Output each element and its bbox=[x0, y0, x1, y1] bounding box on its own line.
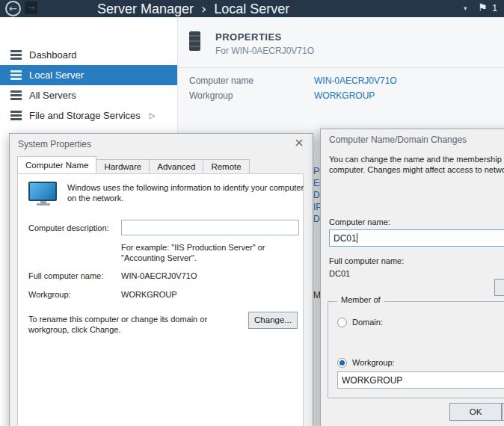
text-cursor bbox=[357, 233, 357, 243]
occluded-link-fragment[interactable]: Di bbox=[313, 214, 320, 224]
back-button[interactable]: ← bbox=[5, 1, 21, 16]
tab-remote[interactable]: Remote bbox=[203, 159, 249, 173]
notification-count[interactable]: 1 bbox=[492, 2, 497, 13]
system-properties-dialog: System Properties × Computer Name Hardwa… bbox=[9, 133, 313, 426]
occluded-link-fragment[interactable]: Di bbox=[313, 190, 320, 200]
sidebar-item-dashboard[interactable]: Dashboard bbox=[0, 45, 177, 65]
breadcrumb-separator-icon: › bbox=[201, 1, 206, 16]
occluded-link-fragment[interactable]: IP bbox=[313, 202, 320, 212]
full-computer-name-label: Full computer name: bbox=[329, 256, 404, 265]
breadcrumb-page: Local Server bbox=[214, 1, 289, 16]
intro-text: on the network. bbox=[67, 194, 123, 203]
server-icon bbox=[10, 70, 22, 80]
full-computer-name-label: Full computer name: bbox=[28, 271, 103, 280]
sidebar-item-label: Local Server bbox=[29, 70, 84, 81]
app-title: Server Manager bbox=[97, 1, 194, 16]
full-computer-name-value: WIN-0AECRJ0V71O bbox=[121, 271, 197, 280]
domain-radio[interactable] bbox=[337, 318, 347, 327]
computer-name-label: Computer name: bbox=[329, 217, 390, 226]
workgroup-radio[interactable] bbox=[337, 358, 347, 368]
intro-text: You can change the name and the membersh… bbox=[329, 155, 504, 164]
workgroup-input[interactable] bbox=[337, 371, 504, 389]
expand-chevron-icon[interactable]: ▷ bbox=[150, 111, 156, 120]
computer-name-link[interactable]: WIN-0AECRJ0V71O bbox=[314, 75, 397, 86]
breadcrumb: Server Manager›Local Server bbox=[97, 0, 289, 17]
tab-strip: Computer Name Hardware Advanced Remote bbox=[17, 156, 249, 173]
storage-icon bbox=[10, 111, 22, 120]
workgroup-link[interactable]: WORKGROUP bbox=[314, 90, 375, 101]
servers-icon bbox=[10, 90, 22, 100]
member-of-label: Member of bbox=[337, 295, 384, 304]
rename-hint-text: To rename this computer or change its do… bbox=[28, 315, 207, 324]
sidebar-item-all-servers[interactable]: All Servers bbox=[0, 85, 177, 105]
radio-dot bbox=[339, 360, 345, 365]
computer-name-tab-page: Windows uses the following information t… bbox=[17, 173, 304, 426]
computer-description-label: Computer description: bbox=[28, 223, 109, 232]
titlebar: ← → Server Manager›Local Server ▾ ⚑ 1 bbox=[0, 0, 504, 17]
intro-text: Windows uses the following information t… bbox=[67, 183, 304, 192]
breadcrumb-caret-icon[interactable]: ▾ bbox=[464, 4, 467, 12]
occluded-link-fragment[interactable]: En bbox=[313, 178, 320, 188]
workgroup-radio-label: Workgroup: bbox=[352, 358, 395, 367]
workgroup-label: Workgroup: bbox=[28, 290, 71, 299]
change-button[interactable]: Change... bbox=[248, 312, 298, 329]
notification-flag-icon[interactable]: ⚑ bbox=[478, 1, 488, 13]
sidebar-item-file-storage[interactable]: File and Storage Services ▷ bbox=[0, 105, 177, 126]
full-computer-name-value: DC01 bbox=[329, 269, 350, 278]
ok-button[interactable]: OK bbox=[449, 403, 502, 421]
properties-heading: PROPERTIES bbox=[215, 31, 282, 43]
server-manager-window: ← → Server Manager›Local Server ▾ ⚑ 1 Da… bbox=[0, 0, 504, 426]
sidebar-item-label: Dashboard bbox=[29, 49, 77, 61]
example-text: "Accounting Server". bbox=[121, 253, 197, 262]
monitor-icon bbox=[28, 182, 58, 207]
dashboard-icon bbox=[10, 50, 22, 60]
dialog-title: System Properties bbox=[18, 139, 91, 149]
tab-computer-name[interactable]: Computer Name bbox=[17, 156, 96, 173]
tab-hardware[interactable]: Hardware bbox=[96, 159, 150, 173]
more-button-partial[interactable] bbox=[494, 279, 504, 296]
occluded-text-fragment: M bbox=[313, 290, 320, 300]
properties-server-icon bbox=[189, 31, 200, 51]
rename-hint-text: workgroup, click Change. bbox=[28, 325, 121, 334]
properties-subheading: For WIN-0AECRJ0V71O bbox=[215, 46, 314, 56]
sidebar-item-local-server[interactable]: Local Server bbox=[0, 65, 177, 85]
sidebar-item-label: File and Storage Services bbox=[29, 110, 141, 121]
example-text: For example: "IIS Production Server" or bbox=[121, 243, 265, 252]
workgroup-value: WORKGROUP bbox=[121, 290, 177, 299]
domain-radio-label: Domain: bbox=[352, 318, 383, 327]
dialog-title: Computer Name/Domain Changes bbox=[329, 135, 467, 145]
forward-button[interactable]: → bbox=[25, 1, 37, 14]
tab-advanced[interactable]: Advanced bbox=[149, 159, 203, 173]
computer-name-input[interactable]: DC01 bbox=[329, 229, 504, 247]
sidebar-item-label: All Servers bbox=[29, 90, 76, 101]
computer-name-label: Computer name bbox=[189, 75, 253, 86]
workgroup-label: Workgroup bbox=[189, 90, 233, 101]
intro-text: computer. Changes might affect access to… bbox=[329, 165, 504, 174]
close-icon[interactable]: × bbox=[292, 136, 307, 149]
computer-name-input-value: DC01 bbox=[334, 233, 357, 244]
occluded-link-fragment[interactable]: Pu bbox=[313, 166, 320, 176]
computer-description-input[interactable] bbox=[121, 220, 299, 235]
properties-divider bbox=[178, 67, 504, 68]
name-changes-dialog: Computer Name/Domain Changes You can cha… bbox=[320, 129, 504, 426]
